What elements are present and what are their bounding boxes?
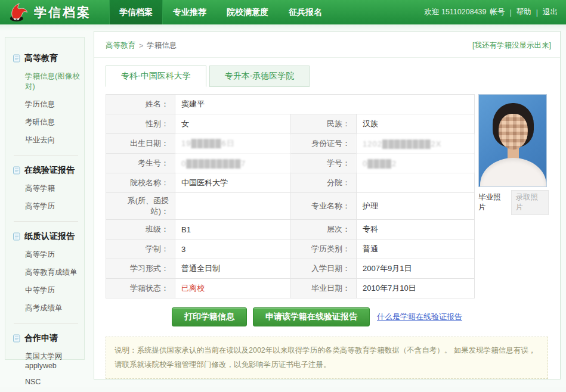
sidebar-item-NSC[interactable]: NSC [25, 378, 81, 386]
field-value: 普通 [357, 239, 475, 259]
chsi-bird-logo-icon [8, 2, 28, 22]
print-record-button[interactable]: 打印学籍信息 [172, 307, 247, 326]
record-row: 考生号：0█████████7学号：0████2 [106, 154, 475, 173]
record-area: 姓名：窦建平性别：女民族：汉族出生日期：19█████6日身份证号：1202██… [106, 94, 549, 298]
userbar-separator: | [510, 8, 512, 17]
sidebar-item-学历信息[interactable]: 学历信息 [25, 99, 81, 110]
top-header: 学信档案 学信档案专业推荐院校满意度征兵报名 欢迎 15110208439 帐号… [0, 0, 566, 25]
main-panel: 高等教育 > 学籍信息 [我还有学籍没显示出来] 专科-中国医科大学专升本-承德… [94, 31, 561, 379]
record-row: 系(所、函授站)：专业名称：护理 [106, 193, 475, 220]
field-value: 女 [175, 114, 291, 134]
field-value: 1202████████2X [357, 134, 475, 154]
breadcrumb-parent-link[interactable]: 高等教育 [106, 41, 135, 51]
sidebar-item-高等学籍[interactable]: 高等学籍 [25, 183, 81, 194]
photo-pixelated-face [499, 114, 528, 150]
user-link-帮助[interactable]: 帮助 [516, 7, 531, 17]
field-label: 性别： [106, 114, 175, 134]
sidebar-divider [14, 323, 78, 323]
document-icon [13, 54, 21, 63]
sidebar-section-label: 合作申请 [24, 333, 58, 344]
field-label: 学历类别： [291, 239, 357, 259]
user-link-帐号[interactable]: 帐号 [490, 7, 505, 17]
sidebar-item-高等学历[interactable]: 高等学历 [25, 250, 81, 260]
field-label: 层次： [291, 220, 357, 239]
sidebar-item-学籍信息(图像校对)[interactable]: 学籍信息(图像校对) [25, 71, 81, 92]
sidebar-item-高考成绩单[interactable]: 高考成绩单 [25, 303, 81, 313]
sidebar-section-title: 合作申请 [13, 333, 81, 344]
sidebar-item-中等学历[interactable]: 中等学历 [25, 285, 81, 295]
top-nav: 学信档案专业推荐院校满意度征兵报名 [109, 0, 332, 24]
photo-tab-录取照片[interactable]: 录取照片 [511, 190, 549, 215]
field-value: 中国医科大学 [175, 173, 291, 193]
field-value: 0████2 [357, 154, 475, 173]
sidebar-divider [14, 155, 78, 155]
field-label: 学号： [291, 154, 357, 173]
field-value [357, 173, 475, 193]
breadcrumb: 高等教育 > 学籍信息 [我还有学籍没显示出来] [94, 32, 560, 58]
nav-item-专业推荐[interactable]: 专业推荐 [163, 0, 216, 24]
field-value: 已离校 [175, 279, 291, 298]
field-label: 民族： [291, 114, 357, 134]
welcome-text: 欢迎 15110208439 [424, 7, 486, 17]
sidebar-section-label: 高等教育 [24, 53, 58, 64]
sidebar-divider [14, 221, 78, 222]
field-value: 护理 [357, 193, 475, 220]
actions-row: 打印学籍信息 申请该学籍在线验证报告 什么是学籍在线验证报告 [172, 307, 560, 326]
nav-item-院校满意度[interactable]: 院校满意度 [216, 0, 279, 24]
document-icon [13, 334, 21, 343]
field-label: 学习形式： [106, 259, 175, 279]
breadcrumb-current: 学籍信息 [147, 41, 177, 51]
sidebar-item-考研信息[interactable]: 考研信息 [25, 117, 81, 127]
site-logo: 学信档案 [0, 0, 109, 24]
field-label: 专业名称： [291, 193, 357, 220]
tab-专升本-承德医学院[interactable]: 专升本-承德医学院 [209, 66, 310, 87]
student-photo [478, 94, 547, 187]
sidebar-section-label: 在线验证报告 [24, 165, 75, 176]
field-value: 2010年7月10日 [357, 279, 475, 298]
record-row: 学制：3学历类别：普通 [106, 239, 475, 259]
record-row: 院校名称：中国医科大学分院： [106, 173, 475, 193]
user-link-退出[interactable]: 退出 [543, 7, 558, 17]
field-label: 姓名： [106, 95, 175, 114]
field-label: 学籍状态： [106, 279, 175, 298]
page-footer: 学信网|网站简介|联系我们|意见反馈|帮助中心Copyright 2003 - … [0, 387, 566, 392]
tab-专科-中国医科大学[interactable]: 专科-中国医科大学 [106, 66, 206, 87]
field-value: 3 [175, 239, 291, 259]
record-row: 性别：女民族：汉族 [106, 114, 475, 134]
field-label: 出生日期： [106, 134, 175, 154]
what-is-verification-link[interactable]: 什么是学籍在线验证报告 [377, 312, 462, 322]
nav-item-学信档案[interactable]: 学信档案 [109, 0, 163, 24]
document-icon [13, 232, 21, 241]
sidebar: 高等教育学籍信息(图像校对)学历信息考研信息毕业去向在线验证报告高等学籍高等学历… [5, 37, 85, 360]
field-label: 身份证号： [291, 134, 357, 154]
field-value [175, 193, 291, 220]
photo-tab-毕业照片[interactable]: 毕业照片 [478, 192, 507, 213]
record-row: 班级：B1层次：专科 [106, 220, 475, 239]
sidebar-item-高等教育成绩单[interactable]: 高等教育成绩单 [25, 267, 81, 278]
photo-shirt [480, 158, 546, 187]
record-table-body: 姓名：窦建平性别：女民族：汉族出生日期：19█████6日身份证号：1202██… [106, 95, 475, 298]
field-label: 院校名称： [106, 173, 175, 193]
breadcrumb-separator: > [139, 42, 143, 50]
field-label: 学制： [106, 239, 175, 259]
sidebar-item-毕业去向[interactable]: 毕业去向 [25, 135, 81, 145]
field-value: 2007年9月1日 [357, 259, 475, 279]
record-row: 出生日期：19█████6日身份证号：1202████████2X [106, 134, 475, 154]
field-label: 系(所、函授站)： [106, 193, 175, 220]
field-value: B1 [175, 220, 291, 239]
field-label: 考生号： [106, 154, 175, 173]
apply-verification-button[interactable]: 申请该学籍在线验证报告 [253, 307, 370, 326]
sidebar-item-美国大学网applyweb[interactable]: 美国大学网applyweb [25, 351, 81, 370]
field-value: 19█████6日 [175, 134, 291, 154]
field-label: 分院： [291, 173, 357, 193]
sidebar-item-高等学历[interactable]: 高等学历 [25, 201, 81, 211]
record-row: 学习形式：普通全日制入学日期：2007年9月1日 [106, 259, 475, 279]
more-records-link[interactable]: [我还有学籍没显示出来] [472, 41, 551, 51]
userbar-separator: | [536, 8, 538, 17]
field-label: 班级： [106, 220, 175, 239]
disclaimer-note: 说明：系统提供国家承认的当前在读以及2002年以来取得学历的各类高等教育学籍数据… [106, 337, 548, 379]
field-value: 汉族 [357, 114, 475, 134]
photo-tabs: 毕业照片录取照片 [478, 190, 549, 215]
field-value: 0█████████7 [175, 154, 291, 173]
nav-item-征兵报名[interactable]: 征兵报名 [279, 0, 332, 24]
